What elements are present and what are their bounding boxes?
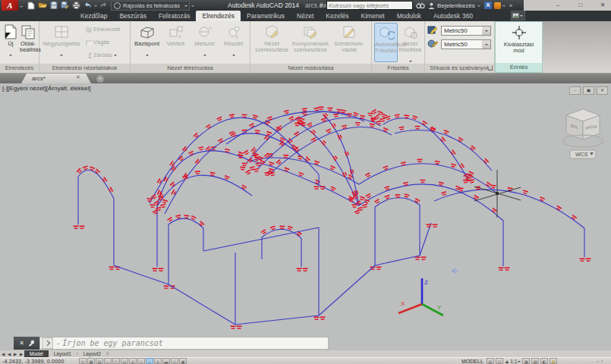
sign-in-button[interactable]: Bejelentkezés xyxy=(437,2,475,9)
dyn-input-toggle[interactable]: ≡ xyxy=(154,358,162,364)
dialog-launcher-icon[interactable] xyxy=(488,66,493,71)
ribbon-button-négyszögletes[interactable]: Négyszögletes xyxy=(42,23,81,62)
dropdown-arrow-icon[interactable] xyxy=(203,55,206,58)
qat-undo-dropdown[interactable] xyxy=(94,5,97,8)
layout-nav-3[interactable]: ▶ xyxy=(18,352,24,356)
ribbon-tab-feliratoz-s[interactable]: Feliratozás xyxy=(153,11,197,21)
qat-save-button[interactable] xyxy=(49,1,58,10)
ribbon-button-komponensek-szerkesztése[interactable]: Komponensek szerkesztése xyxy=(291,23,329,62)
panel-caption[interactable]: Frissítés xyxy=(372,64,424,73)
model-space-label[interactable]: MODELL xyxy=(461,359,483,364)
osnap-toggle[interactable]: ▭ xyxy=(121,358,128,364)
combo-dropdown[interactable] xyxy=(482,27,490,35)
file-tab-arcs[interactable]: arcs* xyxy=(21,74,91,83)
ribbon-button-oldal-beállítás[interactable]: Oldal-beállítás xyxy=(20,23,36,62)
infocenter-more-button[interactable]: » xyxy=(509,2,512,9)
ribbon-button-zárolás[interactable]: Zárolás xyxy=(83,49,128,61)
command-palette-handle[interactable]: ✕ xyxy=(14,337,39,350)
ribbon-button-vágás[interactable]: Vágás xyxy=(83,36,128,48)
media-browser-button[interactable] xyxy=(511,11,525,20)
viewport-controls-label[interactable]: [-][Egyéni nézet][Árnyalt, élekkel] xyxy=(2,85,91,92)
panel-caption[interactable]: Elrendezési nézetablakok xyxy=(39,64,130,73)
lineweight-toggle[interactable]: ▬ xyxy=(162,358,170,364)
status-tray-button[interactable]: – xyxy=(597,359,599,363)
model-space-toggle[interactable]: ▤ xyxy=(487,358,494,364)
annotation-scale-dropdown[interactable] xyxy=(518,361,521,364)
layout-nav-1[interactable]: ◀ xyxy=(6,352,12,356)
style-combo-0[interactable]: Metric50 xyxy=(441,26,491,36)
qat-save-as-button[interactable] xyxy=(60,1,70,10)
annotation-scale-widget[interactable]: ▲ 1:1 xyxy=(505,359,521,364)
layout-nav-0[interactable]: ◀ xyxy=(0,352,6,356)
workspace-dropdown[interactable]: Rajzolás és feliratozás xyxy=(111,1,190,11)
search-binoculars-icon[interactable] xyxy=(416,2,425,9)
qat-undo-button[interactable] xyxy=(83,1,93,10)
grid-toggle[interactable]: ▤ xyxy=(96,358,103,364)
quick-properties-toggle[interactable]: ▣ xyxy=(179,358,187,364)
qat-new-button[interactable] xyxy=(26,1,36,10)
ribbon-button-metszet[interactable]: AMetszet xyxy=(191,23,219,62)
panel-caption[interactable]: Érintés xyxy=(496,63,542,72)
style2-icon[interactable] xyxy=(427,38,439,52)
toolbar-lock-toggle[interactable]: ▧ xyxy=(550,358,557,364)
style-combo-1[interactable]: Metric50 xyxy=(441,39,491,49)
ribbon-button-szimbólum-vázlat[interactable]: Szimbólum-vázlat xyxy=(330,23,368,62)
drawing-area[interactable]: ZXY [-][Egyéni nézet][Árnyalt, élekkel] … xyxy=(0,83,611,350)
communication-center-icon[interactable] xyxy=(494,2,501,9)
infocenter-collapse-icon[interactable] xyxy=(320,3,325,8)
maximize-button[interactable]: □ xyxy=(575,1,587,10)
panel-caption[interactable]: Nézet módosítása xyxy=(250,64,371,73)
ribbon-button-részlet[interactable]: ARészlet xyxy=(219,23,247,62)
workspace-switching-toggle[interactable]: ◧ xyxy=(540,358,548,364)
command-input[interactable]: - Írjon be egy parancsot xyxy=(39,337,329,350)
ribbon-tab-parametrikus[interactable]: Parametrikus xyxy=(241,11,291,21)
ribbon-button-vetített[interactable]: AVetített xyxy=(162,23,190,62)
sign-in-dropdown[interactable] xyxy=(477,5,480,8)
exchange-apps-icon[interactable]: X xyxy=(484,2,492,9)
qat-customize-dropdown[interactable] xyxy=(191,5,194,8)
style1-icon[interactable] xyxy=(427,24,439,38)
panel-caption[interactable]: Elrendezés xyxy=(0,64,39,73)
ribbon-tab-elrendez-s[interactable]: Elrendezés xyxy=(196,11,241,21)
panel-caption[interactable]: Stílusok és szabványok xyxy=(425,64,494,73)
polar-toggle[interactable]: ◠ xyxy=(112,358,120,364)
quick-view-layouts-toggle[interactable]: ◫ xyxy=(496,358,503,364)
viewcube-wcs-button[interactable]: WCS xyxy=(570,150,596,158)
search-input[interactable] xyxy=(326,1,413,10)
ribbon-tab-kezd-lap[interactable]: Kezdőlap xyxy=(74,11,113,21)
combo-dropdown[interactable] xyxy=(482,40,490,49)
dropdown-arrow-icon[interactable] xyxy=(114,55,117,58)
ribbon-tab-autodesk-360[interactable]: Autodesk 360 xyxy=(427,11,479,21)
ribbon-button-elnevezett[interactable]: Elnevezett xyxy=(83,23,128,35)
layout-tab-layout2[interactable]: Layout2 xyxy=(78,350,106,357)
ribbon-button-automatikus-frissítés[interactable]: Automatikus Frissítés xyxy=(374,23,398,62)
command-line-palette[interactable]: ✕ - Írjon be egy parancsot xyxy=(14,337,329,350)
command-close-icon[interactable]: ✕ xyxy=(19,340,24,347)
3d-osnap-toggle[interactable]: ∠ xyxy=(129,358,137,364)
clean-screen-button[interactable]: ▫ xyxy=(601,359,603,363)
auto-annotate-toggle[interactable]: ▨ xyxy=(531,358,539,364)
minimize-button[interactable]: – xyxy=(552,1,564,10)
dyn-ucs-toggle[interactable]: + xyxy=(146,358,153,364)
app-menu-button[interactable]: A xyxy=(2,0,18,11)
layout-tab-model[interactable]: Model xyxy=(24,350,49,357)
snap-toggle[interactable]: ▦ xyxy=(87,358,95,364)
ribbon-tab-n-zet[interactable]: Nézet xyxy=(291,11,320,21)
wireframe-drawing[interactable]: ZXY xyxy=(0,83,611,350)
viewcube[interactable]: BAL HÁTUL WCS xyxy=(555,93,609,162)
ribbon-tab-kimenet[interactable]: Kimenet xyxy=(355,11,391,21)
help-dropdown[interactable] xyxy=(502,5,505,8)
annotation-visibility-toggle[interactable]: ▩ xyxy=(522,358,530,364)
ribbon-button-nézet-frissítése[interactable]: Nézet frissítése xyxy=(398,23,422,62)
ribbon-button-nézet-szerkesztése[interactable]: Nézet szerkesztése xyxy=(253,23,291,62)
ribbon-tab-kezel-s[interactable]: Kezelés xyxy=(320,11,354,21)
dropdown-arrow-icon[interactable] xyxy=(232,55,235,58)
app-menu-arrow-icon[interactable] xyxy=(20,6,23,9)
dropdown-arrow-icon[interactable] xyxy=(9,55,12,58)
ortho-toggle[interactable]: ∟ xyxy=(104,358,112,364)
file-tab-close-icon[interactable]: ✕ xyxy=(76,74,80,80)
dropdown-arrow-icon[interactable] xyxy=(146,55,149,58)
layout-tab-layout1[interactable]: Layout1 xyxy=(49,350,77,357)
ribbon-button-bázispont[interactable]: Bázispont xyxy=(133,23,161,62)
qat-open-button[interactable] xyxy=(37,1,47,10)
